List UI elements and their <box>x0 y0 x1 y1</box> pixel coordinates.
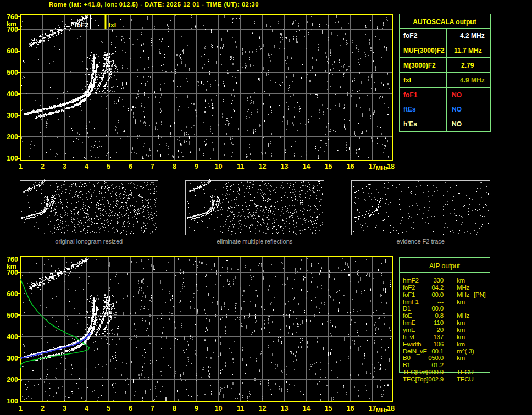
svg-text:4.9 MHz: 4.9 MHz <box>460 76 485 84</box>
svg-text:500: 500 <box>7 69 18 76</box>
svg-text:5: 5 <box>107 405 110 412</box>
svg-text:14: 14 <box>303 163 311 170</box>
svg-text:4: 4 <box>85 405 88 412</box>
svg-text:760: 760 <box>7 256 18 263</box>
svg-text:11: 11 <box>237 405 244 412</box>
svg-text:12: 12 <box>259 405 267 412</box>
svg-text:MHz: MHz <box>376 407 389 413</box>
svg-text:6: 6 <box>129 163 132 170</box>
svg-text:10: 10 <box>215 405 223 412</box>
svg-text:TEC[Bot]: TEC[Bot] <box>403 369 428 375</box>
svg-text:fxI: fxI <box>108 21 116 29</box>
svg-text:km: km <box>457 355 465 361</box>
svg-text:00.0: 00.0 <box>431 291 444 298</box>
svg-text:15: 15 <box>325 163 332 170</box>
svg-text:original ionogram resized: original ionogram resized <box>55 238 123 245</box>
svg-text:---: --- <box>437 298 444 305</box>
svg-text:000.9: 000.9 <box>428 369 444 375</box>
svg-text:km: km <box>457 341 465 347</box>
svg-text:400: 400 <box>7 333 18 341</box>
svg-text:8: 8 <box>173 405 176 412</box>
svg-text:8: 8 <box>173 163 176 170</box>
svg-text:300: 300 <box>7 355 18 362</box>
svg-text:foF1: foF1 <box>403 91 418 99</box>
svg-text:ftEs: ftEs <box>403 106 416 113</box>
svg-text:16: 16 <box>347 405 354 412</box>
svg-text:hmF1: hmF1 <box>403 298 419 305</box>
svg-text:0.8: 0.8 <box>435 312 444 319</box>
svg-text:3: 3 <box>63 163 66 170</box>
svg-text:fxI: fxI <box>403 76 411 84</box>
svg-text:hmF2: hmF2 <box>403 277 419 284</box>
svg-text:MHz: MHz <box>457 291 469 298</box>
svg-text:050.0: 050.0 <box>428 355 444 361</box>
svg-text:16: 16 <box>347 163 354 170</box>
svg-text:11: 11 <box>237 163 244 170</box>
svg-text:MHz: MHz <box>376 165 389 171</box>
svg-text:500: 500 <box>7 312 18 319</box>
svg-text:TECU: TECU <box>457 369 474 375</box>
svg-text:12: 12 <box>259 163 267 170</box>
svg-text:foF2: foF2 <box>403 284 415 291</box>
svg-text:[PN]: [PN] <box>474 291 486 298</box>
svg-text:400: 400 <box>7 90 18 98</box>
svg-text:evidence F2 trace: evidence F2 trace <box>397 238 445 245</box>
svg-text:00.1: 00.1 <box>431 348 444 355</box>
svg-text:TEC[Top]: TEC[Top] <box>403 376 428 383</box>
svg-text:MUF(3000)F2: MUF(3000)F2 <box>403 47 445 54</box>
svg-text:m^(-3): m^(-3) <box>457 348 474 355</box>
svg-text:1: 1 <box>19 405 23 412</box>
svg-text:11.7 MHz: 11.7 MHz <box>454 47 482 54</box>
svg-text:2.79: 2.79 <box>461 62 474 69</box>
svg-text:700: 700 <box>7 26 18 34</box>
svg-text:110: 110 <box>434 319 444 326</box>
svg-text:14: 14 <box>303 405 311 412</box>
svg-text:DelN_vE: DelN_vE <box>403 348 428 355</box>
svg-text:002.9: 002.9 <box>428 376 444 383</box>
svg-text:200: 200 <box>7 133 18 141</box>
svg-text:17: 17 <box>369 405 376 412</box>
svg-text:3: 3 <box>63 405 66 412</box>
svg-text:Ewidth: Ewidth <box>403 341 421 347</box>
svg-text:106: 106 <box>433 341 444 347</box>
svg-text:ymE: ymE <box>403 327 415 333</box>
svg-text:M(3000)F2: M(3000)F2 <box>403 62 436 69</box>
svg-text:Rome (lat: +41.8, lon: 012.5): Rome (lat: +41.8, lon: 012.5) - DATE: 20… <box>49 1 259 8</box>
svg-text:600: 600 <box>7 290 18 298</box>
svg-text:600: 600 <box>7 47 18 55</box>
svg-text:10: 10 <box>215 163 223 170</box>
svg-text:100: 100 <box>7 397 18 405</box>
svg-text:TECU: TECU <box>457 376 474 383</box>
svg-text:13: 13 <box>281 163 289 170</box>
svg-text:hmE: hmE <box>403 319 416 326</box>
svg-text:AUTOSCALA output: AUTOSCALA output <box>413 18 476 26</box>
svg-text:137: 137 <box>433 334 444 340</box>
svg-text:17: 17 <box>369 163 376 170</box>
svg-text:1: 1 <box>19 163 23 170</box>
svg-text:NO: NO <box>452 120 462 128</box>
svg-text:km: km <box>457 277 465 284</box>
svg-text:km: km <box>457 319 465 326</box>
svg-text:NO: NO <box>452 91 462 99</box>
svg-text:foF2: foF2 <box>75 21 89 29</box>
svg-text:100: 100 <box>7 154 18 162</box>
svg-text:00.0: 00.0 <box>431 305 444 312</box>
svg-text:4: 4 <box>85 163 88 170</box>
svg-text:B0: B0 <box>403 355 411 361</box>
svg-text:700: 700 <box>7 269 18 276</box>
svg-text:200: 200 <box>7 376 18 384</box>
svg-text:6: 6 <box>129 405 132 412</box>
svg-text:h_vE: h_vE <box>403 334 417 340</box>
svg-text:330: 330 <box>433 277 444 284</box>
svg-text:300: 300 <box>7 112 18 119</box>
svg-text:01.2: 01.2 <box>431 362 444 368</box>
svg-text:760: 760 <box>7 13 18 21</box>
svg-text:AIP output: AIP output <box>429 262 460 270</box>
svg-text:2: 2 <box>41 405 45 412</box>
svg-text:9: 9 <box>195 163 198 170</box>
svg-text:20: 20 <box>437 327 444 333</box>
svg-text:foF2: foF2 <box>403 32 418 40</box>
svg-text:km: km <box>457 327 465 333</box>
svg-text:NO: NO <box>452 106 462 113</box>
svg-text:4.2 MHz: 4.2 MHz <box>460 32 485 40</box>
